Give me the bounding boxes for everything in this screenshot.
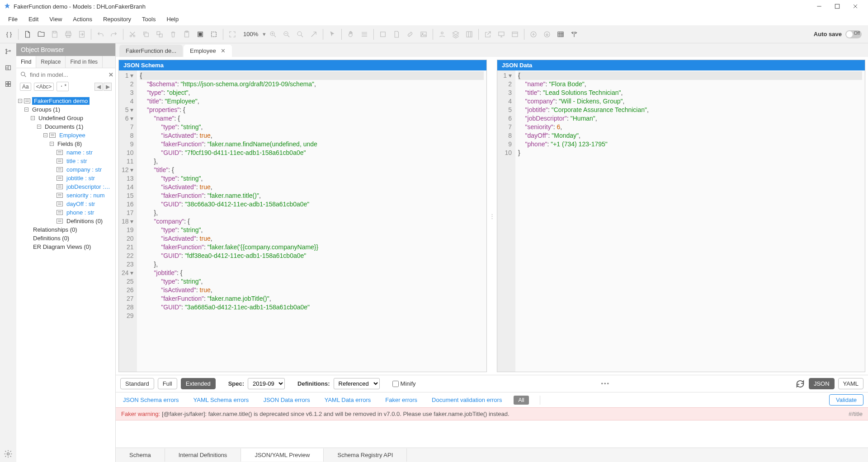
tree-node-label[interactable]: title : str (65, 157, 89, 165)
tree-node-label[interactable]: name : str (65, 149, 94, 156)
tree-toggle-icon[interactable]: − (37, 125, 41, 129)
format-yaml-button[interactable]: YAML (838, 378, 863, 389)
copy-icon (140, 28, 152, 41)
svg-point-40 (7, 453, 9, 455)
regex-option[interactable]: ・* (57, 82, 69, 91)
error-tab[interactable]: Faker errors (382, 395, 420, 405)
error-filter-all[interactable]: All (514, 396, 528, 405)
mode-extended-button[interactable]: Extended (181, 378, 216, 389)
user-icon (436, 28, 448, 41)
bottom-tab[interactable]: JSON/YAML Preview (241, 448, 324, 462)
svg-rect-7 (66, 35, 70, 37)
tree-node-label[interactable]: Fields (8) (56, 140, 84, 148)
overflow-icon[interactable]: ••• (420, 380, 792, 387)
menu-view[interactable]: View (45, 14, 66, 24)
menu-tools[interactable]: Tools (137, 14, 160, 24)
tree-toggle-icon[interactable]: − (24, 107, 28, 112)
tree-node-label[interactable]: seniority : num (65, 191, 107, 199)
document-tab[interactable]: FakerFunction de... (119, 45, 183, 57)
open-folder-icon[interactable] (35, 28, 47, 41)
next-result-button[interactable]: ▶ (104, 83, 112, 91)
tree-toggle-icon[interactable]: − (50, 142, 54, 146)
maximize-button[interactable] (828, 0, 846, 13)
tree-node-label[interactable]: FakerFunction demo (32, 97, 90, 105)
definitions-select[interactable]: Referenced (334, 378, 380, 389)
search-input[interactable] (30, 71, 106, 78)
compress-icon[interactable] (568, 28, 580, 41)
tree-toggle-icon[interactable]: − (31, 116, 35, 120)
tree-node-label[interactable]: Undefined Group (37, 114, 85, 122)
svg-point-31 (6, 49, 7, 51)
marquee-icon[interactable] (208, 28, 220, 41)
tree-toggle-icon[interactable]: − (18, 99, 22, 103)
error-tab[interactable]: JSON Schema errors (120, 395, 182, 405)
cut-icon (126, 28, 139, 41)
mode-full-button[interactable]: Full (158, 378, 177, 389)
settings-gear-icon[interactable] (4, 449, 13, 458)
rail-panel-icon[interactable] (3, 62, 14, 73)
tree-node-label[interactable]: Groups (1) (30, 106, 62, 113)
browser-tab-find-in-files[interactable]: Find in files (66, 56, 103, 68)
new-file-icon[interactable] (21, 28, 34, 41)
validate-button[interactable]: Validate (829, 394, 863, 406)
refresh-icon[interactable] (795, 379, 805, 389)
mode-standard-button[interactable]: Standard (120, 378, 154, 389)
error-tab[interactable]: YAML Schema errors (191, 395, 252, 405)
tab-label: Employee (190, 47, 216, 54)
error-tab[interactable]: JSON Data errors (260, 395, 312, 405)
bottom-tab[interactable]: Schema (116, 448, 165, 462)
autosave-toggle[interactable]: Off (845, 30, 862, 38)
tree-node-label[interactable]: Relationships (0) (31, 226, 79, 233)
entity-icon (57, 210, 63, 215)
minimize-button[interactable] (810, 0, 828, 13)
menu-edit[interactable]: Edit (24, 14, 43, 24)
whole-word-option[interactable]: <Abc> (34, 83, 54, 91)
close-button[interactable] (846, 0, 864, 13)
menu-file[interactable]: File (4, 14, 22, 24)
menu-actions[interactable]: Actions (68, 14, 97, 24)
warning-location[interactable]: #/title (849, 411, 863, 417)
tree-node-label[interactable]: ER Diagram Views (0) (31, 243, 93, 251)
svg-rect-22 (421, 32, 426, 37)
svg-rect-27 (512, 32, 518, 37)
menu-repository[interactable]: Repository (99, 14, 136, 24)
rail-branch-icon[interactable] (3, 46, 14, 57)
browser-tab-find[interactable]: Find (16, 56, 36, 68)
select-all-icon[interactable] (194, 28, 207, 41)
tree-node-label[interactable]: Documents (1) (43, 123, 85, 131)
browser-tab-replace[interactable]: Replace (36, 56, 66, 68)
pane-splitter[interactable]: ⋮ (490, 60, 494, 372)
tree-node-label[interactable]: phone : str (65, 209, 96, 216)
tree-node-label[interactable]: company : str (65, 166, 104, 173)
tab-close-icon[interactable]: ✕ (221, 47, 226, 54)
error-tab[interactable]: YAML Data errors (322, 395, 374, 405)
tree-node-label[interactable]: Definitions (0) (65, 217, 104, 225)
spec-select[interactable]: 2019-09 (248, 378, 285, 389)
menu-help[interactable]: Help (162, 14, 183, 24)
clear-search-icon[interactable]: ✕ (108, 71, 113, 78)
autosave-label: Auto save (814, 31, 842, 37)
document-tab[interactable]: Employee✕ (184, 45, 232, 57)
minify-checkbox[interactable] (392, 381, 399, 387)
tree-toggle-icon[interactable]: − (43, 133, 47, 137)
prev-result-button[interactable]: ◀ (94, 83, 103, 91)
page-icon (390, 28, 403, 41)
tree-node-label[interactable]: jobtitle : str (65, 174, 97, 182)
grid-view-icon[interactable] (554, 28, 567, 41)
bottom-tab[interactable]: Schema Registry API (324, 448, 407, 462)
json-schema-editor[interactable]: 1 ▾2345 ▾6 ▾789101112 ▾131415161718 ▾192… (119, 70, 486, 372)
json-data-editor[interactable]: 1 ▾2345678910 { "name": "Flora Bode", "t… (497, 70, 865, 372)
error-tab[interactable]: Document validation errors (429, 395, 505, 405)
tree-node-label[interactable]: Employee (57, 131, 87, 139)
format-json-button[interactable]: JSON (809, 378, 835, 389)
tree-node-label[interactable]: dayOff : str (65, 200, 97, 208)
tree-node-label[interactable]: Definitions (0) (31, 234, 71, 242)
match-case-option[interactable]: Aa (20, 83, 31, 91)
json-braces-icon[interactable]: { } (3, 28, 15, 41)
bottom-tab[interactable]: Internal Definitions (165, 448, 241, 462)
tree-node-label[interactable]: jobDescriptor : str (65, 183, 113, 191)
svg-rect-36 (9, 82, 11, 84)
entity-icon (57, 150, 63, 155)
zoom-level[interactable]: 100% (240, 31, 262, 37)
rail-grid-icon[interactable] (3, 79, 14, 89)
